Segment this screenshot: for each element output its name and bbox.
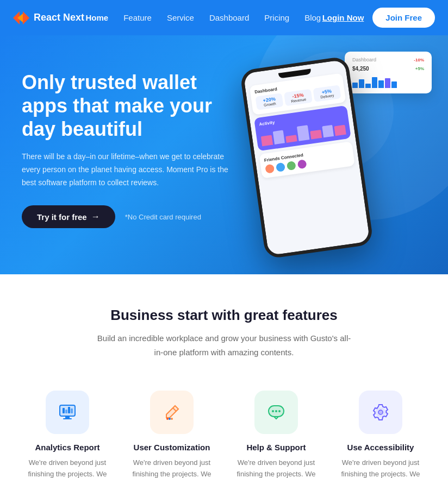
- feature-card-accessibility: Use Accessibility We're driven beyond ju…: [335, 385, 426, 478]
- friend-avatar-4: [297, 159, 307, 169]
- floating-row-2: $4,250 +5%: [352, 66, 424, 72]
- floating-row-1: Dashboard -10%: [352, 57, 424, 62]
- monitor-icon: [58, 402, 77, 422]
- mini-bar: [391, 81, 397, 88]
- phone-stat-1: +20% Growth: [256, 93, 284, 110]
- svg-point-19: [278, 410, 281, 412]
- analytics-title: Analytics Report: [27, 443, 108, 452]
- features-grid: Analytics Report We're driven beyond jus…: [22, 385, 426, 478]
- phone-bar: [286, 135, 297, 143]
- mini-bar: [365, 84, 371, 88]
- nav-actions: Login Now Join Free: [322, 8, 435, 28]
- phone-bar: [261, 135, 273, 147]
- no-credit-note: *No Credit card required: [125, 213, 201, 221]
- nav-link-blog[interactable]: Blog: [304, 13, 321, 22]
- nav-link-pricing[interactable]: Pricing: [264, 13, 289, 22]
- accessibility-icon-wrap: [359, 391, 402, 434]
- hero-title: Only trusted wallet apps that make your …: [22, 71, 228, 141]
- svg-point-14: [171, 418, 173, 420]
- pencil-icon: [162, 402, 182, 422]
- svg-rect-9: [68, 407, 70, 413]
- floating-badge-1: -10%: [414, 58, 424, 62]
- try-free-label: Try it for free: [37, 212, 87, 222]
- features-description: Build an incredible workplace and grow y…: [94, 331, 354, 359]
- friend-avatar-2: [276, 162, 285, 172]
- svg-rect-7: [63, 408, 65, 413]
- customization-title: User Customization: [132, 443, 212, 452]
- nav-link-home[interactable]: Home: [86, 13, 109, 22]
- friend-avatar-3: [287, 161, 296, 171]
- nav-item-service[interactable]: Service: [167, 13, 194, 23]
- mini-bar-chart: [352, 75, 424, 88]
- brand-logo[interactable]: React Next: [13, 11, 84, 24]
- support-title: Help & Support: [236, 443, 316, 452]
- logo-icon: [13, 11, 29, 24]
- nav-item-home[interactable]: Home: [86, 13, 109, 23]
- chat-icon: [266, 402, 286, 422]
- svg-rect-6: [63, 418, 72, 419]
- svg-rect-10: [71, 408, 73, 413]
- phone-stat-2: -15% Revenue: [284, 89, 312, 106]
- floating-stats-card: Dashboard -10% $4,250 +5%: [345, 52, 432, 93]
- feature-card-customization: User Customization We're driven beyond j…: [126, 385, 217, 478]
- phone-bar: [310, 130, 322, 140]
- friend-avatar-1: [265, 164, 275, 174]
- mini-bar: [352, 83, 358, 88]
- accessibility-title: Use Accessibility: [340, 443, 421, 452]
- nav-item-pricing[interactable]: Pricing: [264, 13, 289, 23]
- hero-section: Only trusted wallet apps that make your …: [0, 35, 448, 274]
- hero-actions: Try it for free → *No Credit card requir…: [22, 205, 228, 228]
- customization-icon-wrap: [150, 391, 194, 434]
- floating-label-1: Dashboard: [352, 57, 376, 62]
- mini-bar: [372, 77, 377, 88]
- phone-bar: [322, 125, 334, 138]
- try-free-button[interactable]: Try it for free →: [22, 205, 115, 228]
- mini-bar: [385, 78, 390, 88]
- floating-val-1: $4,250: [352, 66, 369, 72]
- svg-marker-1: [23, 11, 29, 24]
- customization-desc: We're driven beyond just finishing the p…: [132, 457, 212, 478]
- feature-card-analytics: Analytics Report We're driven beyond jus…: [22, 385, 113, 478]
- nav-item-dashboard[interactable]: Dashboard: [209, 13, 249, 23]
- phone-bar: [297, 125, 309, 141]
- svg-rect-8: [65, 410, 67, 413]
- arrow-icon: →: [91, 212, 100, 222]
- support-desc: We're driven beyond just finishing the p…: [236, 457, 316, 478]
- phone-bar: [272, 130, 285, 144]
- svg-rect-5: [65, 416, 70, 418]
- svg-point-18: [275, 410, 277, 412]
- support-icon-wrap: [254, 391, 298, 434]
- nav-item-blog[interactable]: Blog: [304, 13, 321, 23]
- phone-bar: [334, 125, 346, 136]
- hero-content: Only trusted wallet apps that make your …: [22, 71, 228, 229]
- accessibility-desc: We're driven beyond just finishing the p…: [340, 457, 421, 478]
- login-link[interactable]: Login Now: [322, 13, 364, 22]
- svg-point-12: [166, 418, 169, 420]
- nav-link-dashboard[interactable]: Dashboard: [209, 13, 249, 22]
- analytics-desc: We're driven beyond just finishing the p…: [27, 457, 108, 478]
- phone-stat-3: +5% Delivery: [313, 85, 341, 102]
- nav-links: Home Feature Service Dashboard Pricing B…: [86, 13, 321, 23]
- nav-link-feature[interactable]: Feature: [123, 13, 152, 22]
- mini-bar: [359, 79, 364, 88]
- features-section: Business start with great features Build…: [0, 274, 448, 478]
- hero-description: There will be a day–in our lifetime–when…: [22, 150, 228, 189]
- svg-point-13: [169, 418, 171, 420]
- analytics-icon-wrap: [46, 391, 89, 434]
- phone-notch: [278, 68, 312, 78]
- phone-screen: Dashboard +20% Growth -15% Revenue +5% D: [243, 60, 370, 256]
- join-free-button[interactable]: Join Free: [372, 8, 435, 28]
- svg-point-17: [272, 410, 274, 412]
- nav-item-feature[interactable]: Feature: [123, 13, 152, 23]
- floating-badge-2: +5%: [415, 66, 424, 71]
- brand-name: React Next: [34, 12, 84, 23]
- phone-mockup: Dashboard -10% $4,250 +5% Dashboard +20%: [220, 46, 437, 263]
- nav-link-service[interactable]: Service: [167, 13, 194, 22]
- feature-card-support: Help & Support We're driven beyond just …: [231, 385, 322, 478]
- mini-bar: [378, 80, 384, 88]
- features-title: Business start with great features: [22, 307, 426, 324]
- gear-icon: [371, 402, 390, 422]
- navbar: React Next Home Feature Service Dashboar…: [0, 0, 448, 35]
